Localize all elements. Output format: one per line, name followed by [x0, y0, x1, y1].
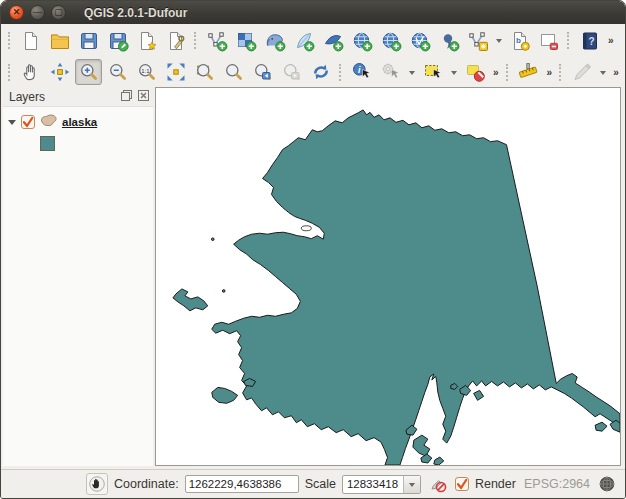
kodiak-island-2 — [413, 435, 430, 456]
zoom-to-layer-button[interactable] — [220, 59, 247, 85]
zoom-native-button[interactable]: 1:1 — [133, 59, 160, 85]
deselect-features-button[interactable] — [461, 59, 488, 85]
layer-item-alaska[interactable]: alaska — [3, 107, 153, 133]
maximize-icon: ▢ — [54, 8, 63, 17]
polygon-layer-icon — [40, 113, 57, 131]
legend-row — [3, 136, 153, 151]
file-toolbar: b?» — [1, 24, 625, 57]
mouse-position-button[interactable] — [86, 473, 108, 495]
se-island-2 — [610, 420, 620, 432]
layer-name[interactable]: alaska — [62, 116, 97, 128]
se-island-1 — [595, 422, 607, 431]
add-wms-layer-button[interactable] — [348, 28, 375, 54]
scale-label: Scale — [305, 477, 336, 491]
close-panel-button[interactable] — [136, 90, 150, 103]
add-raster-layer-button[interactable] — [232, 28, 259, 54]
save-project-as-button[interactable] — [104, 28, 131, 54]
zoom-to-selection-button[interactable] — [191, 59, 218, 85]
king-island — [211, 238, 214, 241]
digitize-toolbar-overflow[interactable]: » — [610, 67, 621, 78]
minimize-button[interactable]: — — [30, 5, 45, 20]
new-project-button[interactable] — [17, 28, 44, 54]
new-composer-button[interactable] — [133, 28, 160, 54]
alaska-map — [156, 88, 620, 465]
render-checkbox[interactable] — [455, 477, 469, 491]
scale-dropdown-button[interactable] — [403, 476, 420, 493]
kodiak-island-3 — [421, 454, 432, 463]
toolbar-handle[interactable] — [506, 64, 510, 81]
add-mssql-layer-button[interactable] — [319, 28, 346, 54]
layers-panel-header: Layers — [3, 87, 153, 106]
scale-combobox[interactable]: 12833418 — [342, 475, 421, 494]
coordinate-input[interactable] — [185, 475, 299, 493]
toolbar-handle[interactable] — [339, 64, 343, 81]
expander-icon[interactable] — [8, 120, 16, 125]
small-islet — [222, 290, 225, 293]
help-button[interactable]: ? — [576, 28, 603, 54]
measure-toolbar-overflow[interactable]: » — [544, 67, 555, 78]
pan-to-selection-button[interactable] — [46, 59, 73, 85]
chevron-down-icon — [451, 71, 457, 78]
measure-button[interactable] — [515, 59, 542, 85]
new-shapefile-layer-button[interactable] — [464, 28, 491, 54]
run-feature-action-button-dropdown[interactable] — [406, 59, 417, 85]
zoom-next-button — [278, 59, 305, 85]
kotzebue-lagoon — [301, 226, 311, 231]
close-panel-icon — [138, 90, 149, 104]
zoom-in-button[interactable] — [75, 59, 102, 85]
titlebar[interactable]: ✕ — ▢ QGIS 2.0.1-Dufour — [1, 1, 625, 24]
add-spatialite-layer-button[interactable] — [290, 28, 317, 54]
toolbar-handle[interactable] — [194, 32, 198, 49]
minimize-icon: — — [33, 8, 42, 17]
map-canvas[interactable] — [155, 87, 621, 466]
refresh-map-button[interactable] — [307, 59, 334, 85]
composer-manager-button[interactable] — [162, 28, 189, 54]
add-wfs-layer-button[interactable] — [406, 28, 433, 54]
select-features-button[interactable] — [419, 59, 446, 85]
new-db-layer-button[interactable]: b — [506, 28, 533, 54]
qgis-window: ✕ — ▢ QGIS 2.0.1-Dufour b?» 1:1i»»» Laye… — [0, 0, 626, 499]
maximize-button[interactable]: ▢ — [51, 5, 66, 20]
attributes-toolbar-overflow[interactable]: » — [490, 67, 501, 78]
add-vector-layer-button[interactable] — [203, 28, 230, 54]
svg-text:1:1: 1:1 — [141, 68, 150, 74]
zoom-full-button[interactable] — [162, 59, 189, 85]
toolbar-handle[interactable] — [559, 64, 563, 81]
close-icon: ✕ — [13, 8, 21, 17]
stop-render-button[interactable] — [427, 473, 449, 495]
pan-map-button[interactable] — [17, 59, 44, 85]
remove-layer-button[interactable] — [535, 28, 562, 54]
pws-island-2 — [474, 390, 484, 400]
render-label: Render — [475, 477, 516, 491]
layer-visibility-checkbox[interactable] — [21, 115, 35, 129]
map-navigation-toolbar: 1:1i»»» — [1, 57, 625, 87]
zoom-out-button[interactable] — [104, 59, 131, 85]
toggle-editing-button-dropdown[interactable] — [597, 59, 608, 85]
window-title: QGIS 2.0.1-Dufour — [84, 6, 187, 20]
chevron-down-icon — [409, 71, 415, 78]
alaska-mainland — [212, 110, 620, 465]
toggle-editing-button — [568, 59, 595, 85]
crs-globe-button[interactable] — [596, 473, 618, 495]
toolbar-handle[interactable] — [8, 32, 12, 49]
float-panel-button[interactable] — [119, 90, 133, 103]
save-project-button[interactable] — [75, 28, 102, 54]
add-wcs-layer-button[interactable] — [377, 28, 404, 54]
toolbar-handle[interactable] — [8, 64, 12, 81]
layers-panel: Layers alaska — [1, 87, 153, 469]
file-toolbar-overflow[interactable]: » — [605, 35, 616, 46]
new-shapefile-layer-button-dropdown[interactable] — [493, 28, 504, 54]
legend-symbol-swatch[interactable] — [40, 136, 55, 151]
toolbar-handle[interactable] — [567, 32, 571, 49]
layer-tree[interactable]: alaska — [3, 106, 153, 466]
add-postgis-layer-button[interactable] — [261, 28, 288, 54]
identify-features-button[interactable]: i — [348, 59, 375, 85]
svg-text:?: ? — [588, 36, 594, 47]
close-button[interactable]: ✕ — [9, 5, 24, 20]
zoom-last-button[interactable] — [249, 59, 276, 85]
select-features-button-dropdown[interactable] — [448, 59, 459, 85]
chevron-down-icon — [496, 39, 502, 46]
chevron-down-icon — [600, 71, 606, 78]
open-project-button[interactable] — [46, 28, 73, 54]
add-delimited-text-button[interactable] — [435, 28, 462, 54]
